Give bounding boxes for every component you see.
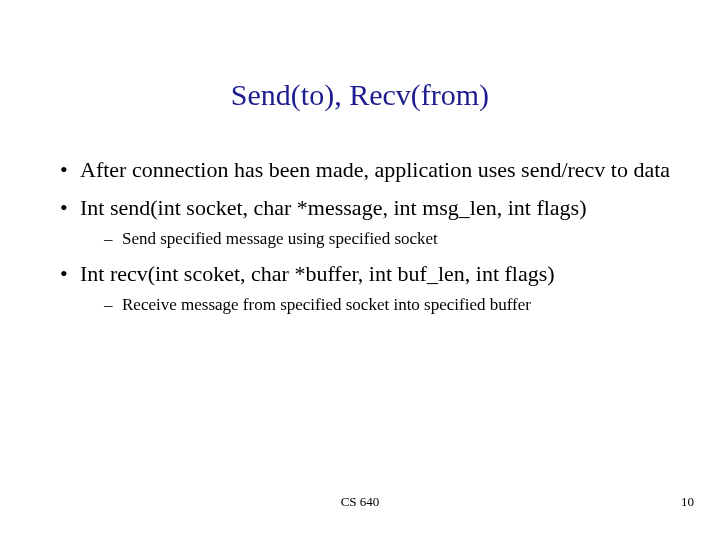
bullet-item: • After connection has been made, applic… (60, 156, 680, 184)
bullet-marker: • (60, 156, 80, 184)
page-number: 10 (681, 494, 694, 510)
sub-bullet-text: Send specified message using specified s… (122, 228, 438, 250)
bullet-text: Int recv(int scoket, char *buffer, int b… (80, 260, 555, 288)
bullet-marker: • (60, 194, 80, 222)
bullet-item: • Int recv(int scoket, char *buffer, int… (60, 260, 680, 288)
sub-bullet-text: Receive message from specified socket in… (122, 294, 531, 316)
sub-bullet-marker: – (104, 294, 122, 316)
sub-bullet-item: – Receive message from specified socket … (60, 294, 680, 316)
bullet-marker: • (60, 260, 80, 288)
slide-body: • After connection has been made, applic… (0, 156, 720, 316)
sub-bullet-item: – Send specified message using specified… (60, 228, 680, 250)
bullet-item: • Int send(int socket, char *message, in… (60, 194, 680, 222)
slide-title: Send(to), Recv(from) (0, 78, 720, 112)
footer-course: CS 640 (0, 494, 720, 510)
bullet-text: After connection has been made, applicat… (80, 156, 670, 184)
bullet-text: Int send(int socket, char *message, int … (80, 194, 587, 222)
sub-bullet-marker: – (104, 228, 122, 250)
